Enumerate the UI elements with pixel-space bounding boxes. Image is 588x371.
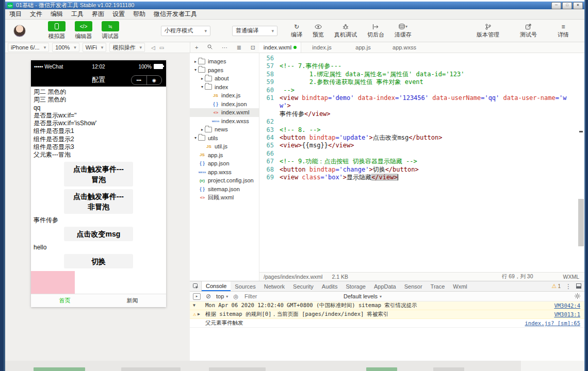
- console-settings-gear-icon[interactable]: [575, 293, 580, 300]
- miniapp-tab-首页[interactable]: 首页: [31, 294, 99, 307]
- device-select-100%[interactable]: 100%▾: [52, 43, 79, 52]
- tree-item-index[interactable]: ▾index: [190, 83, 259, 92]
- caret-right-icon[interactable]: ▶: [198, 312, 200, 316]
- capsule-menu[interactable]: ••• ◉: [131, 75, 162, 85]
- toolbar-button-调试器[interactable]: ≒调试器: [102, 21, 119, 40]
- toolbar-action-切后台[interactable]: 切后台: [367, 23, 384, 39]
- tree-item-index.json[interactable]: { }index.json: [190, 100, 259, 109]
- toolbar-action-真机调试[interactable]: 真机调试: [334, 23, 357, 39]
- editor-tab-index.js[interactable]: index.js: [301, 42, 342, 53]
- home-circle-icon[interactable]: ◉: [146, 76, 162, 85]
- add-file-icon[interactable]: +: [195, 44, 198, 50]
- menu-item-帮助[interactable]: 帮助: [129, 10, 150, 19]
- tree-item-回顾.wxml[interactable]: < >回顾.wxml: [190, 193, 259, 202]
- tree-item-label: 回顾.wxml: [208, 194, 234, 201]
- toolbar-action-label: 预览: [313, 31, 324, 39]
- menu-item-项目[interactable]: 项目: [5, 10, 26, 19]
- devtools-tab-right-icons: ⚠1⋮: [552, 283, 581, 290]
- tree-item-about[interactable]: ▸about: [190, 74, 259, 83]
- tree-item-app.wxss[interactable]: wxssapp.wxss: [190, 168, 259, 177]
- outline-icon[interactable]: ≣: [237, 44, 241, 51]
- devtools-tab-Storage[interactable]: Storage: [341, 281, 370, 291]
- log-levels-select[interactable]: Default levels ▾: [344, 293, 382, 299]
- more-icon[interactable]: •••: [132, 76, 146, 85]
- menu-item-界面[interactable]: 界面: [88, 10, 108, 19]
- live-expression-eye-icon[interactable]: ◎: [233, 293, 238, 300]
- search-icon[interactable]: [207, 44, 213, 50]
- toolbar-action-编译[interactable]: ↻编译: [291, 23, 302, 39]
- console-source-link[interactable]: VM3013:1: [548, 311, 580, 317]
- menu-item-编辑[interactable]: 编辑: [46, 10, 67, 19]
- toolbar-button-编辑器[interactable]: </>编辑器: [75, 21, 92, 40]
- tree-item-project.config.json[interactable]: (e)project.config.json: [190, 176, 259, 185]
- toolbar-button-模拟器[interactable]: 模拟器: [48, 21, 66, 40]
- tree-item-app.js[interactable]: JSapp.js: [190, 151, 259, 160]
- devtools-tab-Sensor[interactable]: Sensor: [400, 281, 427, 291]
- warning-count-badge[interactable]: ⚠1: [552, 283, 561, 290]
- tree-item-images[interactable]: ▸images: [190, 57, 259, 66]
- console-filter-input[interactable]: [243, 293, 338, 300]
- caret-down-icon[interactable]: ▼: [193, 303, 195, 308]
- text-cursor: [398, 174, 398, 180]
- menu-item-设置[interactable]: 设置: [108, 10, 129, 19]
- toolbar-action-详情[interactable]: ≡详情: [558, 23, 569, 39]
- mode-select[interactable]: 小程序模式 ▾: [161, 26, 210, 36]
- tree-item-util.js[interactable]: JSutil.js: [190, 142, 259, 151]
- frame-context-select[interactable]: top ▾: [216, 293, 228, 299]
- window-icon[interactable]: ▭: [159, 45, 164, 50]
- chevron-down-icon: ▾: [101, 45, 104, 50]
- toolbar-action-版本管理[interactable]: 版本管理: [477, 23, 499, 39]
- devtools-tab-Trace[interactable]: Trace: [427, 281, 449, 291]
- compile-select[interactable]: 普通编译 ▾: [232, 26, 277, 36]
- dock-icon[interactable]: [576, 283, 581, 290]
- close-button[interactable]: ✕: [573, 2, 583, 9]
- menu-item-文件[interactable]: 文件: [26, 10, 46, 19]
- menu-item-微信开发者工具[interactable]: 微信开发者工具: [150, 10, 201, 19]
- tree-item-app.json[interactable]: { }app.json: [190, 159, 259, 168]
- device-select-iPhone 6/...[interactable]: iPhone 6/...▾: [8, 43, 49, 52]
- toolbar-action-清缓存[interactable]: ▾清缓存: [395, 23, 412, 39]
- editor-tab-app.js[interactable]: app.js: [342, 42, 384, 53]
- device-select-模拟操作[interactable]: 模拟操作▾: [109, 43, 145, 52]
- editor-tab-index.wxml[interactable]: index.wxml: [259, 42, 301, 53]
- devtools-tab-Console[interactable]: Console: [202, 281, 231, 291]
- code-area[interactable]: 5657<!-- 7.事件传参---58 1.绑定属性 data-属性名='属性…: [259, 53, 577, 272]
- tree-item-index.js[interactable]: JSindex.js: [190, 91, 259, 100]
- tree-item-utils[interactable]: ▾utils: [190, 134, 259, 143]
- tree-item-index.wxml[interactable]: < >index.wxml: [190, 108, 259, 117]
- tree-item-news[interactable]: ▸news: [190, 125, 259, 134]
- minimize-button[interactable]: ─: [551, 2, 561, 9]
- clear-console-icon[interactable]: ⊘: [206, 293, 211, 300]
- sound-icon[interactable]: ◁: [151, 45, 155, 50]
- miniapp-button[interactable]: 点击改变msg: [64, 227, 133, 241]
- panel-icon[interactable]: ⊡: [251, 44, 255, 51]
- maximize-button[interactable]: □: [562, 2, 572, 9]
- tree-item-index.wxss[interactable]: wxssindex.wxss: [190, 117, 259, 126]
- miniapp-tab-新闻[interactable]: 新闻: [99, 294, 166, 307]
- devtools-tab-Sources[interactable]: Sources: [231, 281, 259, 291]
- editor-tab-app.wxss[interactable]: app.wxss: [384, 42, 425, 53]
- menu-item-工具[interactable]: 工具: [67, 10, 88, 19]
- device-select-WiFi[interactable]: WiFi▾: [83, 43, 107, 52]
- more-icon[interactable]: ⋯: [222, 44, 227, 51]
- user-avatar[interactable]: [13, 25, 26, 37]
- devtools-tab-Security[interactable]: Security: [289, 281, 318, 291]
- tree-item-sitemap.json[interactable]: { }sitemap.json: [190, 185, 259, 194]
- devtools-tab-Network[interactable]: Network: [260, 281, 289, 291]
- inspect-element-icon[interactable]: [190, 281, 202, 291]
- tree-item-pages[interactable]: ▾pages: [190, 66, 259, 75]
- devtools-tab-Audits[interactable]: Audits: [318, 281, 342, 291]
- devtools-tab-Wxml[interactable]: Wxml: [449, 281, 471, 291]
- console-source-link[interactable]: index.js? [sm]:65: [519, 320, 580, 326]
- editor-scrollbar[interactable]: [578, 199, 584, 246]
- toolbar-action-测试号[interactable]: 测试号: [520, 23, 537, 39]
- miniapp-button[interactable]: 点击触发事件--- 冒泡: [64, 162, 133, 187]
- branch-icon: [485, 23, 491, 30]
- miniapp-button[interactable]: 点击触发事件--- 非冒泡: [64, 189, 133, 214]
- devtools-tab-AppData[interactable]: AppData: [370, 281, 400, 291]
- kebab-menu-icon[interactable]: ⋮: [565, 283, 571, 290]
- top-frame-icon[interactable]: ▸: [193, 293, 201, 300]
- miniapp-button[interactable]: 切换: [64, 254, 133, 268]
- console-source-link[interactable]: VM3042:4: [548, 302, 580, 309]
- toolbar-action-预览[interactable]: 预览: [313, 23, 324, 39]
